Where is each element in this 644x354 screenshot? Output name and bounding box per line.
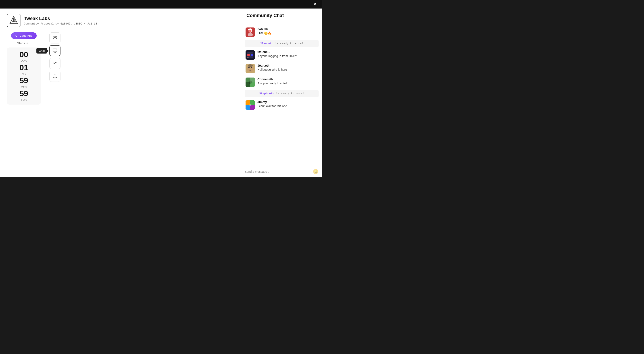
chat-message-3: J0an.eth Hellooooo who is here bbox=[241, 62, 322, 76]
proposal-title: Tweak Labs bbox=[24, 16, 97, 21]
countdown-days: 00 Days bbox=[11, 51, 37, 62]
message-text-1: LFG 😄🔥 bbox=[258, 32, 271, 35]
message-username-3: J0an.eth bbox=[258, 64, 287, 67]
proposal-header: Tweak Labs Community Proposal by 0x6d4C.… bbox=[7, 14, 234, 27]
avatar-nati bbox=[246, 28, 255, 37]
chat-messages: nati.eth LFG 😄🔥 J0an.eth is ready to vot… bbox=[241, 22, 322, 166]
chat-message-4: Conner.eth Are you ready to vote? bbox=[241, 76, 322, 89]
brand-logo bbox=[8, 15, 19, 26]
chat-message-5: Jimmy I can't wait for this one bbox=[241, 98, 322, 112]
countdown-grid: 00 Days 01 Hrs 59 Mins 59 Secs bbox=[7, 48, 41, 104]
main-container: Tweak Labs Community Proposal by 0x6d4C.… bbox=[0, 8, 322, 177]
message-username-2: 0x3ebe... bbox=[258, 50, 297, 54]
avatar-nati-image bbox=[246, 28, 255, 37]
message-content-2: 0x3ebe... Anyone logging in from HKG? bbox=[258, 50, 297, 58]
svg-rect-27 bbox=[247, 54, 250, 56]
message-content-5: Jimmy I can't wait for this one bbox=[258, 100, 287, 108]
chat-message-1: nati.eth LFG 😄🔥 bbox=[241, 25, 322, 39]
svg-point-35 bbox=[251, 67, 252, 68]
svg-rect-29 bbox=[250, 55, 251, 55]
emoji-button[interactable]: 🙂 bbox=[313, 169, 318, 174]
message-content-1: nati.eth LFG 😄🔥 bbox=[258, 28, 271, 35]
avatar-conner-image bbox=[246, 78, 255, 87]
people-button[interactable] bbox=[50, 32, 60, 44]
svg-point-20 bbox=[248, 33, 253, 36]
content-area: UPCOMING Starts in... 00 Days 01 Hrs 59 … bbox=[7, 32, 234, 111]
chat-tooltip: Chat bbox=[36, 48, 47, 54]
system-message-1: J0an.eth is ready to vote! bbox=[245, 40, 318, 47]
share-button[interactable] bbox=[50, 71, 60, 82]
avatar-joan-image bbox=[246, 64, 255, 73]
message-text-4: Are you ready to vote? bbox=[258, 82, 288, 85]
avatar-conner bbox=[246, 78, 255, 87]
people-icon bbox=[52, 35, 58, 40]
proposal-meta: Community Proposal by 0x6d4C...283C • Ju… bbox=[24, 22, 97, 25]
system-address-1: J0an.eth bbox=[260, 42, 273, 45]
logo-container bbox=[7, 14, 20, 27]
avatar-0x3ebe-image bbox=[246, 50, 255, 60]
secs-value: 59 bbox=[20, 90, 28, 98]
image-section-wrapper: Chat bbox=[46, 32, 60, 111]
message-username-5: Jimmy bbox=[258, 100, 287, 104]
close-button[interactable]: ✕ bbox=[312, 1, 318, 7]
chat-message-2: 0x3ebe... Anyone logging in from HKG? bbox=[241, 48, 322, 62]
message-text-3: Hellooooo who is here bbox=[258, 68, 287, 71]
message-text-5: I can't wait for this one bbox=[258, 104, 287, 108]
top-bar: ✕ bbox=[0, 0, 322, 8]
svg-point-24 bbox=[250, 28, 251, 29]
svg-rect-30 bbox=[247, 57, 248, 58]
days-value: 00 bbox=[20, 51, 28, 58]
message-content-4: Conner.eth Are you ready to vote? bbox=[258, 78, 288, 85]
system-text-1: is ready to vote! bbox=[273, 42, 303, 45]
left-panel: Tweak Labs Community Proposal by 0x6d4C.… bbox=[0, 8, 241, 177]
proposal-address: 0x6d4C...283C bbox=[60, 22, 82, 25]
upcoming-badge: UPCOMING bbox=[11, 32, 37, 39]
system-message-2: Steph.eth is ready to vote! bbox=[245, 90, 318, 97]
meta-dot: • bbox=[84, 22, 86, 25]
secs-label: Secs bbox=[21, 98, 27, 101]
svg-rect-31 bbox=[248, 53, 253, 54]
starts-in-label: Starts in... bbox=[17, 42, 30, 45]
avatar-joan bbox=[246, 64, 255, 73]
svg-point-15 bbox=[54, 36, 55, 38]
svg-rect-28 bbox=[251, 54, 253, 56]
avatar-0x3ebe bbox=[246, 50, 255, 60]
chat-button[interactable] bbox=[50, 45, 60, 56]
countdown-section: UPCOMING Starts in... 00 Days 01 Hrs 59 … bbox=[7, 32, 41, 104]
message-content-3: J0an.eth Hellooooo who is here bbox=[258, 64, 287, 71]
header-info: Tweak Labs Community Proposal by 0x6d4C.… bbox=[24, 16, 97, 25]
countdown-secs: 59 Secs bbox=[11, 90, 37, 101]
proposal-date: Jul 18 bbox=[87, 22, 97, 25]
message-username-1: nati.eth bbox=[258, 28, 271, 31]
proposal-type: Community Proposal bbox=[24, 22, 54, 25]
chat-input[interactable] bbox=[245, 170, 311, 174]
chat-icon bbox=[52, 48, 57, 53]
side-buttons: Chat bbox=[50, 32, 60, 82]
svg-point-49 bbox=[250, 104, 251, 106]
message-username-4: Conner.eth bbox=[258, 78, 288, 81]
svg-point-42 bbox=[248, 80, 252, 84]
mins-label: Mins bbox=[21, 85, 26, 88]
svg-point-36 bbox=[248, 64, 253, 67]
avatar-jimmy bbox=[246, 100, 255, 110]
svg-point-34 bbox=[248, 67, 250, 68]
chat-input-area: 🙂 bbox=[241, 166, 322, 177]
system-text-2: is ready to vote! bbox=[274, 92, 304, 95]
countdown-hrs: 01 Hrs bbox=[11, 64, 37, 75]
hrs-label: Hrs bbox=[22, 72, 26, 75]
activity-icon bbox=[52, 61, 57, 66]
countdown-mins: 59 Mins bbox=[11, 77, 37, 88]
message-text-2: Anyone logging in from HKG? bbox=[258, 54, 297, 58]
svg-point-16 bbox=[55, 36, 56, 38]
share-icon bbox=[52, 74, 57, 78]
hrs-value: 01 bbox=[20, 64, 28, 72]
mins-value: 59 bbox=[20, 77, 28, 84]
by-label: by bbox=[55, 22, 59, 25]
avatar-jimmy-image bbox=[246, 100, 255, 110]
activity-button[interactable] bbox=[50, 58, 60, 69]
right-panel: Community Chat n bbox=[241, 8, 322, 177]
community-chat-header: Community Chat bbox=[241, 8, 322, 22]
system-address-2: Steph.eth bbox=[259, 92, 274, 95]
chat-button-wrapper: Chat bbox=[50, 45, 60, 56]
days-label: Days bbox=[21, 59, 27, 62]
